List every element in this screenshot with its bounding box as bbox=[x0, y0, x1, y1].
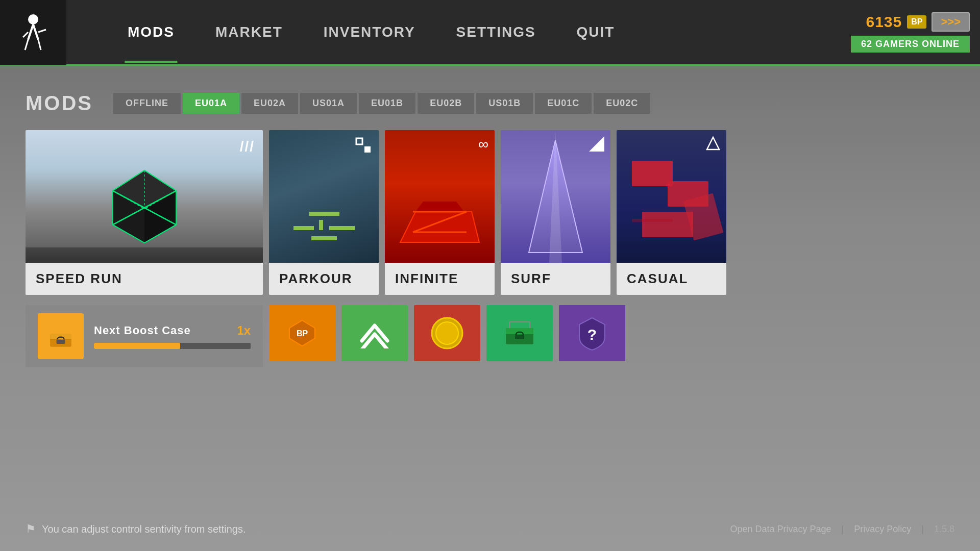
nav-mods[interactable]: MODS bbox=[107, 19, 195, 45]
surf-art bbox=[501, 130, 610, 263]
chest-icon bbox=[502, 318, 537, 348]
boost-case-inner: Next Boost Case 1x bbox=[38, 313, 251, 359]
svg-line-5 bbox=[25, 40, 28, 50]
casual-thumbnail bbox=[617, 130, 726, 263]
infinite-label: INFINITE bbox=[385, 263, 495, 295]
svg-line-3 bbox=[23, 32, 28, 37]
boost-case-icon bbox=[38, 313, 84, 359]
svg-rect-36 bbox=[632, 219, 673, 222]
svg-text:?: ? bbox=[587, 326, 597, 343]
case-lock-svg bbox=[48, 323, 74, 349]
filter-eu01a[interactable]: EU01A bbox=[183, 93, 239, 114]
mystery-icon: ? bbox=[574, 315, 610, 351]
action-btn-mystery[interactable]: ? bbox=[559, 305, 625, 361]
main-nav: MODS MARKET INVENTORY SETTINGS QUIT bbox=[107, 19, 635, 45]
case-body: Next Boost Case 1x bbox=[94, 323, 251, 349]
coin-icon bbox=[429, 315, 465, 351]
version-label: 1.5.8 bbox=[934, 524, 954, 535]
case-count: 1x bbox=[237, 323, 251, 338]
game-modes-grid: /// bbox=[26, 130, 954, 295]
cube-art bbox=[99, 166, 190, 247]
nav-quit[interactable]: QUIT bbox=[556, 19, 635, 45]
svg-point-0 bbox=[28, 14, 38, 24]
mode-card-infinite[interactable]: ∞ INFINITE bbox=[385, 130, 495, 295]
svg-rect-18 bbox=[309, 212, 339, 216]
svg-rect-16 bbox=[356, 138, 362, 144]
svg-line-4 bbox=[38, 30, 46, 32]
svg-rect-40 bbox=[57, 340, 65, 344]
action-btn-chest[interactable] bbox=[486, 305, 553, 361]
svg-rect-50 bbox=[515, 335, 524, 339]
nav-market[interactable]: MARKET bbox=[195, 19, 303, 45]
filter-us01a[interactable]: US01A bbox=[300, 93, 357, 114]
speed-run-label: SPEED RUN bbox=[26, 263, 263, 295]
action-btn-bp[interactable]: BP bbox=[269, 305, 335, 361]
mode-card-speed-run[interactable]: /// bbox=[26, 130, 263, 295]
online-badge: 62 GAMERS ONLINE bbox=[851, 36, 970, 53]
filter-eu01b[interactable]: EU01B bbox=[359, 93, 415, 114]
svg-rect-32 bbox=[632, 161, 673, 186]
footer: ⚑ You can adjust control sentivity from … bbox=[26, 522, 954, 536]
action-btn-rank[interactable] bbox=[341, 305, 408, 361]
svg-text:BP: BP bbox=[297, 329, 308, 338]
svg-line-1 bbox=[28, 24, 33, 40]
infinite-art bbox=[385, 196, 495, 247]
mode-card-casual[interactable]: CASUAL bbox=[617, 130, 726, 295]
casual-label: CASUAL bbox=[617, 263, 726, 295]
case-progress-bar bbox=[94, 343, 251, 349]
svg-line-6 bbox=[38, 40, 41, 50]
casual-art bbox=[617, 130, 726, 263]
filter-offline[interactable]: OFFLINE bbox=[113, 93, 181, 114]
svg-rect-17 bbox=[364, 146, 371, 153]
privacy-policy-link[interactable]: Privacy Policy bbox=[854, 524, 911, 535]
bp-badge: BP bbox=[907, 15, 926, 29]
bp-icon: BP bbox=[287, 318, 317, 348]
svg-marker-23 bbox=[400, 212, 479, 242]
infinite-icon: ∞ bbox=[478, 136, 488, 153]
surf-thumbnail bbox=[501, 130, 610, 263]
svg-rect-20 bbox=[319, 220, 323, 230]
parkour-thumbnail bbox=[269, 130, 379, 263]
footer-divider-2: | bbox=[921, 524, 924, 535]
case-progress-fill bbox=[94, 343, 180, 349]
speed-run-thumbnail: /// bbox=[26, 130, 263, 263]
footer-links: Open Data Privacy Page | Privacy Policy … bbox=[730, 524, 954, 535]
svg-line-2 bbox=[33, 24, 38, 40]
infinite-thumbnail: ∞ bbox=[385, 130, 495, 263]
svg-rect-22 bbox=[311, 236, 337, 240]
chevron-arrows-icon: >>> bbox=[941, 15, 961, 29]
filter-us01b[interactable]: US01B bbox=[476, 93, 533, 114]
svg-rect-34 bbox=[642, 212, 693, 237]
footer-hint: ⚑ You can adjust control sentivity from … bbox=[26, 522, 246, 536]
header-right: 6135 BP >>> 62 GAMERS ONLINE bbox=[851, 12, 980, 53]
action-btn-coin[interactable] bbox=[414, 305, 480, 361]
coin-amount: 6135 bbox=[866, 13, 902, 31]
svg-point-45 bbox=[436, 322, 458, 344]
mode-card-parkour[interactable]: PARKOUR bbox=[269, 130, 379, 295]
case-title: Next Boost Case bbox=[94, 324, 191, 337]
case-header: Next Boost Case 1x bbox=[94, 323, 251, 338]
filter-eu01c[interactable]: EU01C bbox=[535, 93, 592, 114]
filter-eu02c[interactable]: EU02C bbox=[594, 93, 650, 114]
filter-eu02b[interactable]: EU02B bbox=[418, 93, 474, 114]
page-header: MODS OFFLINE EU01A EU02A US01A EU01B EU0… bbox=[26, 92, 954, 115]
parkour-art bbox=[283, 191, 365, 253]
mode-card-surf[interactable]: SURF bbox=[501, 130, 610, 295]
speed-run-icon: /// bbox=[240, 138, 255, 155]
boost-case-card: Next Boost Case 1x bbox=[26, 305, 263, 367]
arrows-badge[interactable]: >>> bbox=[932, 12, 970, 32]
parkour-label: PARKOUR bbox=[269, 263, 379, 295]
nav-settings[interactable]: SETTINGS bbox=[436, 19, 556, 45]
rank-icon bbox=[357, 318, 393, 348]
page-title: MODS bbox=[26, 92, 93, 115]
svg-rect-19 bbox=[293, 226, 314, 230]
parkour-icon bbox=[354, 136, 373, 158]
bottom-row: Next Boost Case 1x BP bbox=[26, 305, 954, 367]
header: MODS MARKET INVENTORY SETTINGS QUIT 6135… bbox=[0, 0, 980, 66]
main-content: MODS OFFLINE EU01A EU02A US01A EU01B EU0… bbox=[0, 71, 980, 551]
nav-inventory[interactable]: INVENTORY bbox=[303, 19, 436, 45]
privacy-page-link[interactable]: Open Data Privacy Page bbox=[730, 524, 831, 535]
filter-eu02a[interactable]: EU02A bbox=[241, 93, 298, 114]
svg-rect-21 bbox=[329, 226, 355, 230]
surf-label: SURF bbox=[501, 263, 610, 295]
